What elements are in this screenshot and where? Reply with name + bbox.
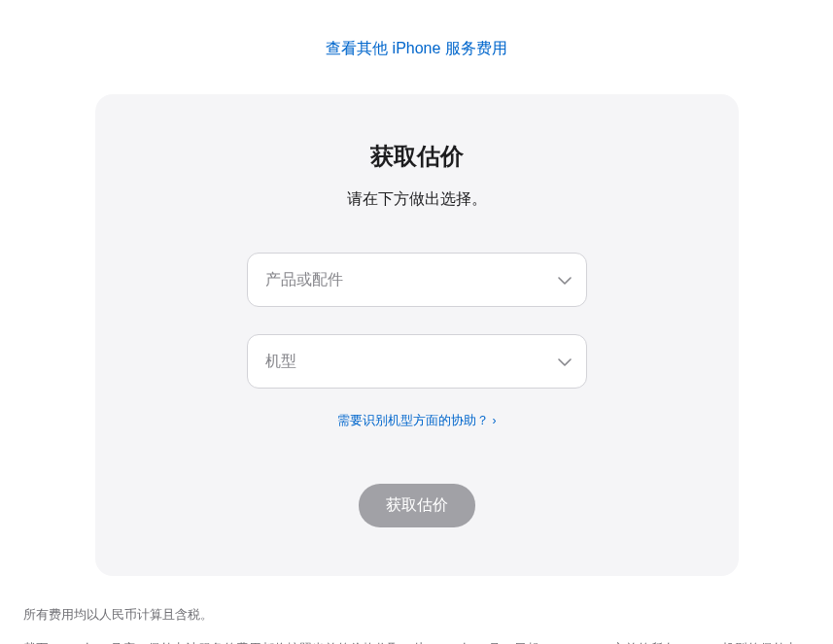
card-subtitle: 请在下方做出选择。 bbox=[154, 189, 680, 210]
model-select[interactable]: 机型 bbox=[247, 334, 587, 389]
identify-model-help-link[interactable]: 需要识别机型方面的协助？› bbox=[337, 413, 497, 427]
card-title: 获取估价 bbox=[154, 141, 680, 172]
footnotes: 所有费用均以人民币计算且含税。 截至 2023 年 2 月底，保外电池服务的费用… bbox=[14, 603, 820, 644]
chevron-right-icon: › bbox=[493, 414, 497, 427]
help-link-text: 需要识别机型方面的协助？ bbox=[337, 413, 489, 427]
footnote-line-1: 所有费用均以人民币计算且含税。 bbox=[23, 603, 811, 627]
product-or-accessory-select[interactable]: 产品或配件 bbox=[247, 253, 587, 307]
view-other-iphone-fees-link[interactable]: 查看其他 iPhone 服务费用 bbox=[326, 40, 507, 56]
footnote-line-2: 截至 2023 年 2 月底，保外电池服务的费用都将按照当前的价格收取。从 20… bbox=[23, 637, 811, 644]
get-estimate-button[interactable]: 获取估价 bbox=[359, 484, 475, 527]
estimate-card: 获取估价 请在下方做出选择。 产品或配件 机型 需要识别机型方面的协助？› 获取… bbox=[95, 94, 739, 576]
